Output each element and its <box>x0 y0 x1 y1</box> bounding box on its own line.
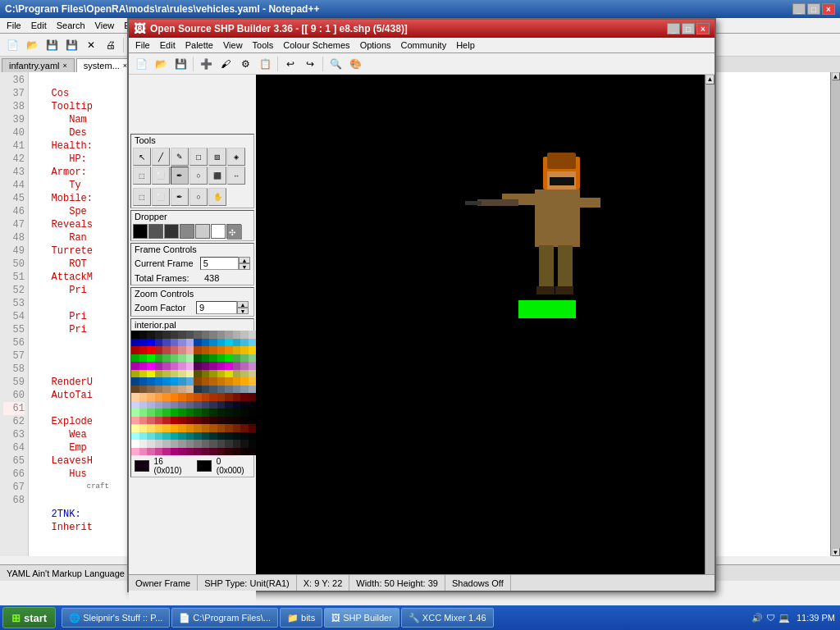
tb-new[interactable]: 📄 <box>3 36 21 54</box>
palette-color-207[interactable] <box>249 424 257 432</box>
palette-color-239[interactable] <box>249 440 257 448</box>
palette-color-37[interactable] <box>171 346 179 354</box>
tb-close[interactable]: ✕ <box>82 36 100 54</box>
palette-color-12[interactable] <box>225 331 233 339</box>
palette-color-21[interactable] <box>171 339 179 347</box>
palette-color-235[interactable] <box>217 440 226 448</box>
palette-color-216[interactable] <box>194 432 202 441</box>
palette-color-221[interactable] <box>233 432 241 441</box>
palette-color-96[interactable] <box>131 377 139 386</box>
palette-color-143[interactable] <box>249 393 257 401</box>
scroll-down[interactable]: ▼ <box>832 548 840 556</box>
palette-color-128[interactable] <box>131 393 139 401</box>
palette-color-25[interactable] <box>202 339 210 347</box>
palette-color-99[interactable] <box>155 377 163 386</box>
palette-color-151[interactable] <box>186 401 194 409</box>
palette-color-39[interactable] <box>186 346 194 354</box>
minimize-button[interactable]: _ <box>792 3 806 15</box>
palette-color-167[interactable] <box>186 409 194 417</box>
palette-color-181[interactable] <box>171 417 179 425</box>
palette-color-177[interactable] <box>139 417 148 425</box>
palette-color-146[interactable] <box>147 401 155 409</box>
palette-color-194[interactable] <box>147 424 155 432</box>
palette-color-156[interactable] <box>225 401 233 409</box>
palette-color-72[interactable] <box>194 362 202 370</box>
palette-color-6[interactable] <box>178 331 186 339</box>
palette-color-15[interactable] <box>249 331 257 339</box>
sprite-canvas[interactable] <box>256 75 714 588</box>
palette-color-119[interactable] <box>186 386 194 394</box>
dropper-gray[interactable] <box>180 224 194 239</box>
tool-eyedrop[interactable]: ○ <box>189 188 208 206</box>
palette-color-153[interactable] <box>202 401 210 409</box>
palette-color-33[interactable] <box>139 346 148 354</box>
palette-color-40[interactable] <box>194 346 202 354</box>
palette-color-237[interactable] <box>233 440 241 448</box>
secondary-color-swatch[interactable] <box>197 460 212 472</box>
palette-color-228[interactable] <box>162 440 171 448</box>
palette-color-204[interactable] <box>225 424 233 432</box>
palette-color-213[interactable] <box>171 432 179 441</box>
palette-color-86[interactable] <box>178 370 186 378</box>
palette-color-155[interactable] <box>217 401 226 409</box>
maximize-button[interactable]: □ <box>807 3 820 15</box>
palette-color-205[interactable] <box>233 424 241 432</box>
palette-color-35[interactable] <box>155 346 163 354</box>
palette-color-118[interactable] <box>178 386 186 394</box>
palette-color-7[interactable] <box>186 331 194 339</box>
palette-color-49[interactable] <box>139 354 148 363</box>
shp-tb-palette[interactable]: 🎨 <box>346 55 364 73</box>
palette-color-249[interactable] <box>202 448 210 456</box>
tool-pan[interactable]: ✋ <box>208 188 226 206</box>
palette-color-74[interactable] <box>209 362 217 370</box>
palette-color-176[interactable] <box>131 417 139 425</box>
palette-color-8[interactable] <box>194 331 202 339</box>
palette-color-226[interactable] <box>147 440 155 448</box>
palette-color-148[interactable] <box>162 401 171 409</box>
shp-menu-options[interactable]: Options <box>355 39 396 52</box>
palette-color-193[interactable] <box>139 424 148 432</box>
palette-color-105[interactable] <box>202 377 210 386</box>
palette-color-16[interactable] <box>131 339 139 347</box>
palette-color-187[interactable] <box>217 417 226 425</box>
palette-color-227[interactable] <box>155 440 163 448</box>
palette-color-71[interactable] <box>186 362 194 370</box>
palette-color-233[interactable] <box>202 440 210 448</box>
palette-color-180[interactable] <box>162 417 171 425</box>
palette-color-161[interactable] <box>139 409 148 417</box>
palette-color-27[interactable] <box>217 339 226 347</box>
palette-color-170[interactable] <box>209 409 217 417</box>
palette-color-159[interactable] <box>249 401 257 409</box>
frame-spin-down[interactable]: ▼ <box>239 263 250 270</box>
palette-color-19[interactable] <box>155 339 163 347</box>
palette-color-112[interactable] <box>131 386 139 394</box>
palette-color-124[interactable] <box>225 386 233 394</box>
shp-tb-add[interactable]: ➕ <box>197 55 215 73</box>
palette-color-0[interactable] <box>131 331 139 339</box>
palette-color-84[interactable] <box>162 370 171 378</box>
palette-color-126[interactable] <box>240 386 249 394</box>
palette-color-152[interactable] <box>194 401 202 409</box>
palette-color-56[interactable] <box>194 354 202 363</box>
palette-color-51[interactable] <box>155 354 163 363</box>
palette-color-253[interactable] <box>233 448 241 456</box>
palette-color-154[interactable] <box>209 401 217 409</box>
menu-view[interactable]: View <box>90 19 120 32</box>
palette-color-195[interactable] <box>155 424 163 432</box>
taskbar-item-bits[interactable]: 📁 bits <box>280 608 322 628</box>
palette-color-198[interactable] <box>178 424 186 432</box>
palette-color-218[interactable] <box>209 432 217 441</box>
palette-color-147[interactable] <box>155 401 163 409</box>
palette-color-97[interactable] <box>139 377 148 386</box>
palette-color-191[interactable] <box>249 417 257 425</box>
palette-color-114[interactable] <box>147 386 155 394</box>
palette-color-190[interactable] <box>240 417 249 425</box>
palette-color-186[interactable] <box>209 417 217 425</box>
palette-color-107[interactable] <box>217 377 226 386</box>
palette-color-201[interactable] <box>202 424 210 432</box>
shp-menu-help[interactable]: Help <box>451 39 480 52</box>
dropper-darkgray[interactable] <box>148 224 163 239</box>
palette-color-18[interactable] <box>147 339 155 347</box>
shp-menu-community[interactable]: Community <box>396 39 452 52</box>
palette-color-172[interactable] <box>225 409 233 417</box>
